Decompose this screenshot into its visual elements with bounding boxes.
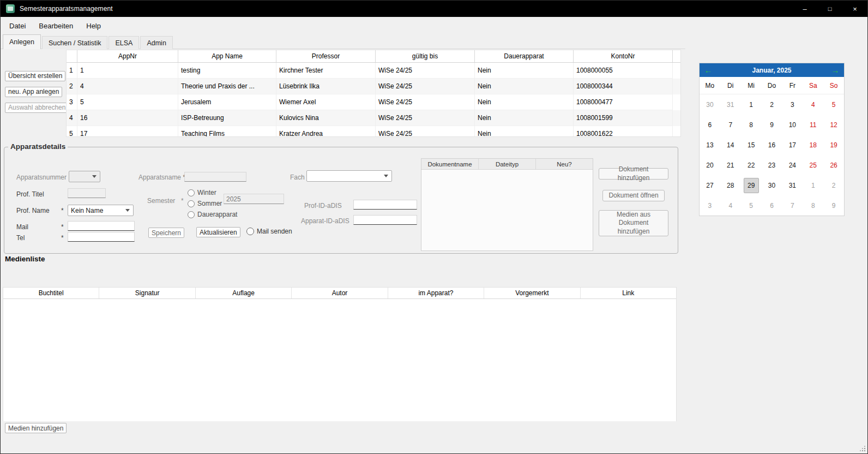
calendar-day[interactable]: 29 [741, 175, 762, 195]
prof-name-select[interactable]: Kein Name [68, 205, 134, 216]
calendar-day[interactable]: 1 [741, 94, 762, 115]
calendar-day[interactable]: 26 [823, 155, 844, 175]
calendar-day-header-mi: Mi [741, 82, 762, 89]
medien-aus-dokument-button[interactable]: Medien aus Dokument hinzufügen [599, 210, 668, 236]
calendar-day[interactable]: 27 [700, 175, 720, 195]
mail-senden-checkbox[interactable]: Mail senden [246, 228, 292, 235]
tab-suchen-statistik[interactable]: Suchen / Statistik [42, 36, 108, 49]
calendar-day[interactable]: 4 [803, 94, 823, 115]
sommer-radio[interactable]: Sommer [188, 200, 222, 207]
menu-item-bearbeiten[interactable]: Bearbeiten [32, 19, 80, 33]
calendar-day[interactable]: 3 [700, 195, 720, 216]
calendar-day[interactable]: 30 [762, 175, 782, 195]
calendar-day[interactable]: 2 [762, 94, 782, 115]
prof-titel-input[interactable] [68, 188, 106, 198]
calendar-prev-button[interactable]: ← [700, 65, 717, 75]
tel-label: Tel [16, 234, 25, 242]
checkbox-icon [246, 228, 254, 235]
sidebar-button-auswahl-abbrechen[interactable]: Auswahl abbrechen [5, 103, 69, 113]
cell-professor: Kirchner Tester [276, 63, 376, 79]
calendar-day[interactable]: 14 [720, 135, 741, 155]
calendar-day[interactable]: 31 [720, 94, 741, 115]
calendar-day[interactable]: 3 [782, 94, 803, 115]
calendar-day[interactable]: 11 [803, 115, 823, 135]
calendar-day[interactable]: 5 [741, 195, 762, 216]
speichern-button[interactable]: Speichern [148, 228, 184, 238]
apparat-id-adis-input[interactable] [353, 215, 417, 225]
menu-item-help[interactable]: Help [80, 19, 107, 33]
dokument-oeffnen-button[interactable]: Dokument öffnen [602, 190, 665, 201]
calendar-next-button[interactable]: → [827, 65, 844, 75]
calendar-day[interactable]: 18 [803, 135, 823, 155]
table-row[interactable]: 416ISP-BetreuungKulovics NinaWiSe 24/25N… [67, 110, 680, 126]
sidebar-button-übersicht-erstellen[interactable]: Übersicht erstellen [5, 71, 65, 81]
calendar-day-number: 1 [805, 178, 821, 193]
calendar-day[interactable]: 12 [823, 115, 844, 135]
calendar-day[interactable]: 28 [720, 175, 741, 195]
tab-admin[interactable]: Admin [140, 36, 172, 49]
cell-app-name: ISP-Betreuung [178, 110, 276, 126]
calendar-day[interactable]: 23 [762, 155, 782, 175]
table-row[interactable]: 517Teaching FilmsKratzer AndreaWiSe 24/2… [67, 126, 680, 137]
calendar-day[interactable]: 5 [823, 94, 844, 115]
calendar-day[interactable]: 8 [741, 115, 762, 135]
prof-id-adis-input[interactable] [353, 200, 417, 210]
calendar-day[interactable]: 2 [823, 175, 844, 195]
semester-year-input[interactable] [224, 194, 284, 204]
mail-input[interactable] [68, 221, 135, 231]
calendar-day[interactable]: 6 [700, 115, 720, 135]
calendar-day[interactable]: 20 [700, 155, 720, 175]
apparatsnummer-select[interactable] [69, 171, 100, 182]
calendar-day[interactable]: 8 [803, 195, 823, 216]
calendar-day[interactable]: 24 [782, 155, 803, 175]
calendar-day[interactable]: 13 [700, 135, 720, 155]
calendar-month-year[interactable]: Januar, 2025 [717, 67, 827, 74]
calendar-day[interactable]: 15 [741, 135, 762, 155]
calendar-day[interactable]: 21 [720, 155, 741, 175]
maximize-button[interactable]: □ [817, 1, 842, 17]
medien-hinzufuegen-button[interactable]: Medien hinzufügen [5, 423, 67, 433]
winter-radio[interactable]: Winter [188, 189, 216, 196]
calendar-day[interactable]: 4 [720, 195, 741, 216]
resize-grip[interactable] [859, 445, 865, 451]
calendar-day[interactable]: 7 [720, 115, 741, 135]
close-button[interactable]: × [842, 1, 867, 17]
title-bar: Semesterapparatsmanagement – □ × [1, 1, 867, 17]
close-icon: × [853, 5, 857, 13]
calendar-day-header-mo: Mo [700, 82, 720, 89]
table-row[interactable]: 35JerusalemWiemer AxelWiSe 24/25Nein1008… [67, 94, 680, 110]
tel-input[interactable] [68, 232, 135, 242]
aktualisieren-button[interactable]: Aktualisieren [196, 227, 240, 237]
cell-app-name: Jerusalem [178, 94, 276, 110]
calendar-day-number: 17 [785, 138, 800, 153]
calendar-day[interactable]: 19 [823, 135, 844, 155]
calendar-day[interactable]: 17 [782, 135, 803, 155]
menu-item-datei[interactable]: Datei [3, 19, 32, 33]
calendar-day[interactable]: 1 [803, 175, 823, 195]
table-row[interactable]: 24Theorie und Praxis der ...Lüsebrink Il… [67, 79, 680, 94]
dokument-hinzufuegen-button[interactable]: Dokument hinzufügen [599, 168, 668, 180]
calendar-day[interactable]: 6 [762, 195, 782, 216]
calendar-day[interactable]: 16 [762, 135, 782, 155]
row-number: 3 [67, 94, 77, 110]
apparatsname-input[interactable] [184, 172, 246, 182]
calendar-day[interactable]: 30 [700, 94, 720, 115]
minimize-button[interactable]: – [792, 1, 817, 17]
fach-select[interactable] [306, 170, 392, 182]
tab-anlegen[interactable]: Anlegen [3, 34, 41, 49]
calendar-day[interactable]: 10 [782, 115, 803, 135]
calendar-day-header-sa: Sa [803, 82, 823, 89]
calendar-day[interactable]: 22 [741, 155, 762, 175]
calendar-day[interactable]: 9 [762, 115, 782, 135]
calendar-day[interactable]: 7 [782, 195, 803, 216]
sidebar-button-neu-app-anlegen[interactable]: neu. App anlegen [5, 87, 62, 97]
calendar-day-number: 6 [702, 117, 718, 133]
dauerapparat-radio[interactable]: Dauerapparat [188, 211, 237, 218]
calendar-day-header-di: Di [720, 82, 741, 89]
calendar-day-number: 28 [723, 178, 738, 193]
calendar-day[interactable]: 25 [803, 155, 823, 175]
tab-elsa[interactable]: ELSA [108, 36, 139, 49]
table-row[interactable]: 11testingKirchner TesterWiSe 24/25Nein10… [67, 63, 680, 79]
calendar-day[interactable]: 31 [782, 175, 803, 195]
calendar-day[interactable]: 9 [823, 195, 844, 216]
